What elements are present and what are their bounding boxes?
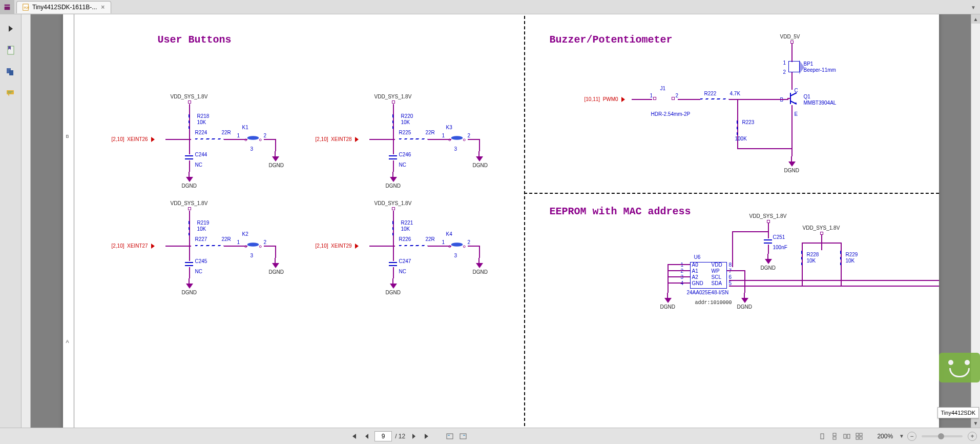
wire bbox=[468, 139, 479, 140]
title-buzzer-pot: Buzzer/Potentiometer bbox=[550, 34, 673, 46]
pinnum-3: 3 bbox=[251, 253, 254, 258]
layout-tool-b-icon[interactable] bbox=[457, 431, 469, 442]
wire bbox=[768, 245, 769, 254]
wire bbox=[732, 231, 768, 232]
expand-panel-icon[interactable] bbox=[6, 24, 16, 34]
tab-overflow[interactable]: ▼ bbox=[971, 4, 976, 10]
vdd-label: VDD_SYS_1.8V bbox=[171, 94, 208, 99]
pinlabel: VDD bbox=[712, 262, 722, 268]
zoom-dropdown-icon[interactable]: ▼ bbox=[899, 433, 904, 439]
thumbnails-icon[interactable] bbox=[6, 67, 16, 77]
pinnum: 5 bbox=[729, 280, 732, 286]
prev-page-button[interactable] bbox=[361, 431, 372, 442]
tab-close-icon[interactable]: × bbox=[100, 4, 106, 11]
page-margin-left: B A bbox=[63, 14, 74, 428]
ref-K4: K4 bbox=[446, 231, 452, 237]
wire bbox=[632, 99, 652, 100]
wire bbox=[678, 99, 700, 100]
val-R221: 10K bbox=[401, 226, 410, 232]
svg-rect-6 bbox=[8, 91, 13, 92]
zoom-slider[interactable] bbox=[922, 435, 963, 437]
wire bbox=[791, 148, 793, 156]
dgnd-label: DGND bbox=[473, 163, 488, 168]
tab-title: Tiny4412SDK-1611B-... bbox=[32, 4, 97, 11]
first-page-button[interactable] bbox=[348, 431, 359, 442]
offpage-sheets: [2,10] bbox=[112, 136, 124, 142]
val-R227: 22R bbox=[222, 236, 231, 242]
page-total-label: / 12 bbox=[394, 433, 406, 440]
wire bbox=[791, 105, 793, 151]
transistor-Q1 bbox=[787, 92, 800, 105]
val-R219: 10K bbox=[197, 226, 206, 232]
svg-point-8 bbox=[244, 139, 246, 141]
wire bbox=[668, 276, 690, 277]
ref-U6: U6 bbox=[694, 254, 701, 260]
dgnd-label: DGND bbox=[761, 265, 776, 271]
ref-K3: K3 bbox=[446, 125, 452, 130]
dgnd-label: DGND bbox=[473, 269, 488, 275]
switch-K4 bbox=[447, 241, 467, 249]
vdd5-label: VDD_5V bbox=[780, 34, 800, 39]
val-C245: NC bbox=[195, 269, 202, 274]
wire bbox=[791, 44, 793, 62]
margin-label-b: B bbox=[66, 134, 69, 139]
view-mode-buttons bbox=[817, 431, 865, 442]
wire bbox=[468, 246, 479, 247]
zoom-out-button[interactable]: − bbox=[907, 432, 916, 441]
ref-BP1: BP1 bbox=[804, 61, 814, 67]
ref-R226: R226 bbox=[399, 236, 411, 242]
dgnd-label: DGND bbox=[386, 183, 401, 189]
resistor-R227 bbox=[195, 243, 224, 249]
val-Q1: MMBT3904AL bbox=[804, 100, 837, 106]
header-pin bbox=[653, 97, 656, 100]
vdd-label: VDD_SYS_1.8V bbox=[171, 200, 208, 206]
wire bbox=[479, 139, 480, 151]
ref-J1: J1 bbox=[660, 86, 666, 91]
svg-rect-4 bbox=[9, 70, 13, 75]
svg-point-14 bbox=[244, 246, 246, 248]
next-page-button[interactable] bbox=[408, 431, 420, 442]
pinnum-2: 2 bbox=[783, 69, 786, 75]
ref-R223: R223 bbox=[742, 119, 755, 125]
page-number-input[interactable] bbox=[374, 431, 392, 441]
scroll-down-icon[interactable]: ▼ bbox=[971, 418, 981, 428]
pinnum-2: 2 bbox=[468, 133, 471, 138]
view-two-page-cont-icon[interactable] bbox=[853, 431, 865, 442]
wire bbox=[393, 143, 394, 154]
layout-tool-a-icon[interactable] bbox=[444, 431, 455, 442]
last-page-button[interactable] bbox=[422, 431, 433, 442]
zoom-in-button[interactable]: + bbox=[968, 432, 977, 441]
ref-K2: K2 bbox=[242, 231, 248, 237]
val-BP1: Beeper-11mm bbox=[804, 67, 836, 73]
view-single-page-icon[interactable] bbox=[817, 431, 828, 442]
svg-rect-31 bbox=[833, 437, 836, 439]
wire bbox=[165, 139, 191, 140]
ref-K1: K1 bbox=[242, 125, 248, 130]
view-two-page-icon[interactable] bbox=[841, 431, 852, 442]
resistor-R225 bbox=[399, 136, 428, 142]
wire bbox=[768, 223, 769, 238]
app-icon[interactable] bbox=[0, 0, 14, 14]
margin-label-a: A bbox=[66, 339, 69, 344]
dgnd-label: DGND bbox=[660, 304, 675, 310]
pinnum-1: 1 bbox=[442, 133, 445, 138]
ref-C244: C244 bbox=[195, 152, 207, 157]
bookmark-icon[interactable] bbox=[6, 45, 16, 55]
view-continuous-icon[interactable] bbox=[829, 431, 840, 442]
pinlabel: SCL bbox=[712, 274, 721, 280]
val-C247: NC bbox=[399, 269, 406, 274]
pinnum-2: 2 bbox=[264, 133, 267, 138]
svg-rect-28 bbox=[463, 435, 465, 436]
title-user-buttons: User Buttons bbox=[158, 34, 232, 46]
svg-rect-5 bbox=[7, 90, 14, 94]
resistor-R218 bbox=[186, 112, 192, 129]
document-tab[interactable]: PDF Tiny4412SDK-1611B-... × bbox=[16, 1, 111, 13]
resistor-R222 bbox=[700, 96, 729, 102]
svg-rect-32 bbox=[844, 434, 846, 438]
page-canvas[interactable]: B A User Buttons Buzzer/Potentiometer EE… bbox=[31, 14, 971, 428]
pinnum-3: 3 bbox=[251, 146, 254, 152]
offpage-xeint27: [2,10] XEINT27 bbox=[112, 243, 155, 249]
resistor-R219 bbox=[186, 219, 192, 235]
comments-icon[interactable] bbox=[6, 88, 16, 98]
scroll-up-icon[interactable]: ▲ bbox=[971, 14, 981, 24]
